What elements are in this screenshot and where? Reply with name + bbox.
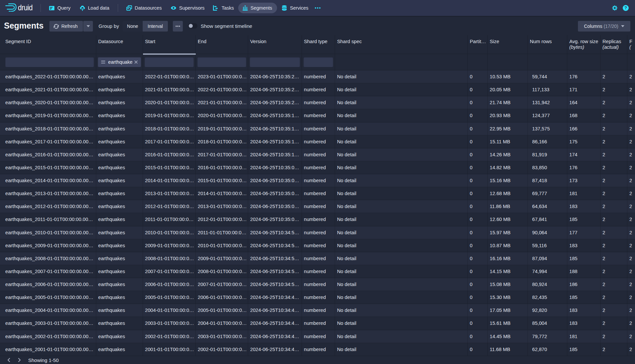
- svg-text:?: ?: [624, 5, 627, 10]
